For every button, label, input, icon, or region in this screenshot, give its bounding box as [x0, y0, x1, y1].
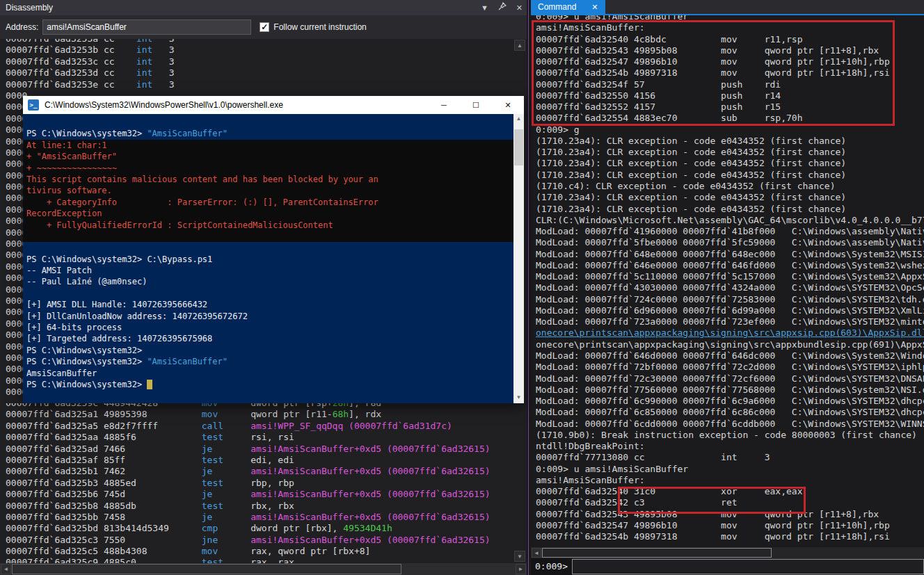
console-line: ModLoad: 00007ffd`6c850000 00007ffd`6c86… — [531, 407, 924, 418]
command-tab-label: Command — [538, 0, 576, 14]
scroll-left-arrow-icon[interactable]: ◄ — [532, 548, 541, 558]
console-line: (1710.9b0): Break instruction exception … — [531, 430, 924, 441]
powershell-vscrollbar-thumb[interactable] — [514, 129, 523, 165]
disasm-line: 00007ffd`6ad325c3 7550 jne amsi!AmsiScan… — [0, 535, 516, 546]
console-line — [23, 288, 513, 299]
console-line[interactable]: onecore\printscan\appxpackaging\signing\… — [531, 327, 924, 339]
console-line: + "AmsiScanBuffer" — [23, 151, 513, 162]
console-line: 00007ffd`6ad3254b 49897318 mov qword ptr… — [531, 67, 924, 79]
address-label: Address: — [6, 22, 38, 32]
console-line: PS C:\Windows\system32> "AmsiScanBuffer" — [23, 356, 513, 367]
console-line: RecordException — [23, 208, 513, 219]
console-line: ModLoad: 00007ffd`6c990000 00007ffd`6c9a… — [531, 396, 924, 407]
disasm-line: 00007ffd`6ad3253d cc int 3 — [0, 67, 516, 79]
close-icon[interactable]: ✕ — [516, 0, 523, 15]
console-line: -- AMSI Patch — [23, 265, 513, 276]
maximize-button[interactable]: ☐ — [460, 96, 492, 114]
console-line — [23, 117, 513, 128]
console-line: (1710.23a4): CLR exception - code e04343… — [531, 204, 924, 215]
close-button[interactable]: ✕ — [492, 96, 524, 114]
address-input[interactable] — [42, 19, 251, 35]
console-line: [+] 64-bits process — [23, 322, 513, 333]
chevron-down-icon[interactable]: ▼ — [481, 0, 488, 15]
console-line: [+] AMSI DLL Handle: 140726395666432 — [23, 299, 513, 310]
command-prompt-row: 0:009> — [531, 558, 924, 575]
powershell-window: >_ C:\Windows\System32\WindowsPowerShell… — [23, 96, 524, 403]
disasm-line: 00007ffd`6ad3253b cc int 3 — [0, 44, 516, 56]
console-line: 00007ffd`6ad32547 49896b10 mov qword ptr… — [531, 520, 924, 531]
console-line: 00007ffd`6ad32540 31c0 xor eax,eax — [531, 486, 924, 497]
console-line: At line:1 char:1 — [23, 140, 513, 151]
command-input[interactable] — [572, 559, 924, 574]
pin-icon[interactable] — [498, 0, 507, 15]
tab-command[interactable]: Command ✕ — [531, 0, 605, 14]
disassembly-toolbar: Address: ✓ Follow current instruction — [0, 15, 527, 39]
console-line: PS C:\Windows\system32> — [23, 345, 513, 356]
disasm-line: 00007ffd`6ad325c9 4885c0 test rax, rax — [0, 557, 516, 563]
scroll-right-arrow-icon[interactable]: ► — [516, 564, 526, 574]
console-line: 00007ffd`6ad32552 4157 push r15 — [531, 102, 924, 113]
console-line: + FullyQualifiedErrorId : ScriptContaine… — [23, 220, 513, 231]
console-line: ModLoad: 00007ffd`5c110000 00007ffd`5c15… — [531, 271, 924, 282]
console-line: (1710.23a4): CLR exception - code e04343… — [531, 147, 924, 158]
console-line: ntdll!DbgBreakPoint: — [531, 441, 924, 452]
console-line: 0:009> u amsi!AmsiScanBuffer — [531, 464, 924, 475]
powershell-window-title: C:\Windows\System32\WindowsPowerShell\v1… — [45, 100, 283, 110]
scroll-down-arrow-icon[interactable]: ▼ — [514, 551, 525, 562]
console-line: (1710.23a4): CLR exception - code e04343… — [531, 192, 924, 203]
command-hscrollbar-thumb[interactable] — [542, 548, 772, 558]
powershell-console[interactable]: PS C:\Windows\system32> "AmsiScanBuffer"… — [23, 114, 524, 403]
console-line: (1710.23a4): CLR exception - code e04343… — [531, 136, 924, 147]
powershell-output: PS C:\Windows\system32> "AmsiScanBuffer"… — [23, 117, 513, 390]
console-line: ModLoad: 00007ffd`724c0000 00007ffd`7258… — [531, 294, 924, 305]
console-line: 00007ffd`6ad32542 c3 ret — [531, 497, 924, 508]
console-line: ModLoad: 00007ffd`6d960000 00007ffd`6d99… — [531, 305, 924, 316]
powershell-titlebar[interactable]: >_ C:\Windows\System32\WindowsPowerShell… — [23, 96, 524, 114]
disasm-line: 00007ffd`6ad3253e cc int 3 — [0, 79, 516, 90]
disassembly-titlebar: Disassembly ▼ ✕ — [0, 0, 527, 15]
scroll-left-arrow-icon[interactable]: ◄ — [1, 564, 11, 574]
console-line: ModLoad: 00007ffd`723a0000 00007ffd`723e… — [531, 316, 924, 327]
console-line — [23, 231, 513, 242]
powershell-icon: >_ — [28, 99, 39, 111]
console-line: ModLoad: 00007ffd`77560000 00007ffd`7756… — [531, 384, 924, 396]
powershell-vscrollbar[interactable]: ▲ ▼ — [513, 114, 524, 403]
console-line: -- Paul Laîné (@am0nsec) — [23, 276, 513, 287]
disasm-line: 00007ffd`6ad325aa 4885f6 test rsi, rsi — [0, 432, 516, 443]
console-line: 00007ffd`6ad32547 49896b10 mov qword ptr… — [531, 56, 924, 67]
console-line: (1710.23a4): CLR exception - code e04343… — [531, 170, 924, 181]
console-line: PS C:\Windows\system32> "AmsiScanBuffer" — [23, 128, 513, 139]
console-line: 00007ffd`6ad32554 4883ec70 sub rsp,70h — [531, 113, 924, 124]
console-line: + CategoryInfo : ParserError: (:) [], Pa… — [23, 197, 513, 208]
scroll-up-arrow-icon[interactable]: ▲ — [513, 114, 524, 124]
console-line: ModLoad: 00007ffd`41960000 00007ffd`41b8… — [531, 226, 924, 237]
console-line: amsi!AmsiScanBuffer: — [531, 475, 924, 486]
console-line: ModLoad: 00007ffd`72bf0000 00007ffd`72c2… — [531, 362, 924, 373]
console-line: ModLoad: 00007ffd`43030000 00007ffd`4324… — [531, 282, 924, 293]
scroll-up-arrow-icon[interactable]: ▲ — [514, 40, 525, 51]
follow-current-instruction-checkbox[interactable]: ✓ — [260, 22, 269, 32]
disassembly-title: Disassembly — [6, 3, 53, 13]
console-line: [+] Targeted address: 140726395675968 — [23, 333, 513, 344]
disasm-line: 00007ffd`6ad325c5 488b4308 mov rax, qwor… — [0, 546, 516, 557]
command-output: 0:009> u amsi!AmsiScanBufferamsi!AmsiSca… — [531, 15, 924, 547]
console-line: 00007ffd`6ad32550 4156 push r14 — [531, 90, 924, 102]
console-line: ModLoad: 00007ffd`646d0000 00007ffd`646d… — [531, 350, 924, 362]
console-line: (1710.c4): CLR exception - code e0434352… — [531, 181, 924, 192]
console-line: ModLoad: 00007ffd`5fbe0000 00007ffd`5fc5… — [531, 237, 924, 248]
console-line: onecore\printscan\appxpackaging\signing\… — [531, 339, 924, 350]
console-line: ModLoad: 00007ffd`646e0000 00007ffd`646f… — [531, 260, 924, 271]
disasm-line: 00007ffd`6ad325a1 49895398 mov qword ptr… — [0, 409, 516, 420]
console-line: + ~~~~~~~~~~~~~~~~ — [23, 163, 513, 174]
tab-close-icon[interactable]: ✕ — [591, 0, 598, 14]
disasm-line: 00007ffd`6ad3253a cc int 3 — [0, 39, 516, 44]
scroll-down-arrow-icon[interactable]: ▼ — [513, 393, 524, 403]
disasm-line: 00007ffd`6ad325bb 7458 je amsi!AmsiScanB… — [0, 512, 516, 523]
minimize-button[interactable]: ─ — [428, 96, 460, 114]
disassembly-hscrollbar-thumb[interactable] — [12, 564, 401, 574]
follow-current-instruction-label: Follow current instruction — [273, 22, 366, 32]
disasm-line: 00007ffd`6ad325a5 e8d2f7ffff call amsi!W… — [0, 421, 516, 432]
console-line — [23, 242, 513, 253]
windbg-window: Disassembly ▼ ✕ Address: ✓ Follow curren… — [0, 0, 924, 575]
console-line: CLR:(C:\Windows\Microsoft.Net\assembly\G… — [531, 215, 924, 226]
